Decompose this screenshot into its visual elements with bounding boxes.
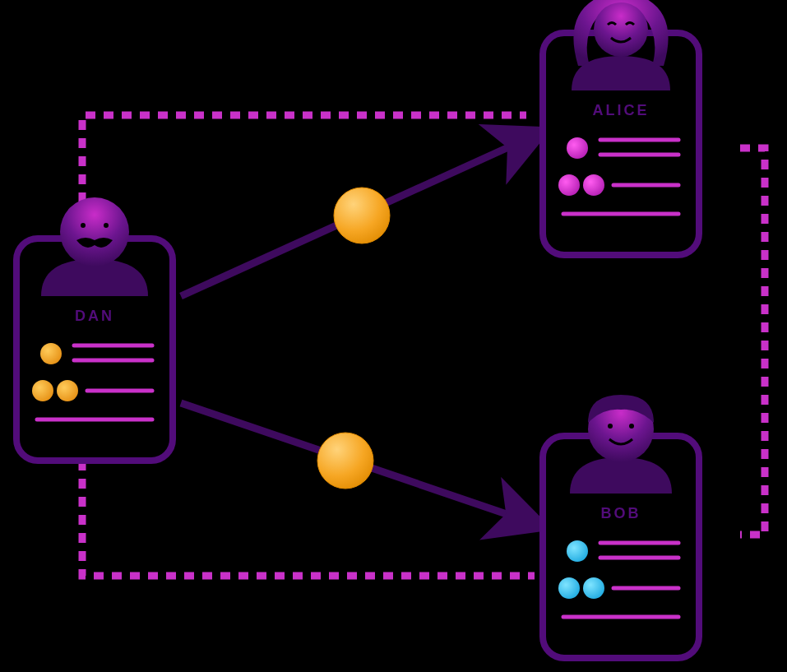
dotted-path-alice-bob	[740, 148, 765, 535]
svg-point-23	[629, 424, 634, 429]
card-dan: DAN	[16, 197, 173, 461]
svg-point-2	[81, 223, 86, 228]
token-dan-bob	[317, 433, 373, 489]
svg-point-24	[567, 540, 588, 562]
label-alice: ALICE	[593, 102, 650, 118]
card-alice: ALICE	[543, 0, 699, 255]
label-dan: DAN	[75, 308, 114, 324]
svg-point-3	[104, 223, 109, 228]
svg-point-1	[60, 197, 129, 266]
avatar-alice	[572, 0, 670, 90]
svg-point-17	[583, 174, 604, 196]
diagram-canvas: DAN ALICE	[0, 0, 787, 672]
svg-point-27	[558, 577, 580, 599]
dotted-path-dan-bob	[82, 461, 535, 576]
svg-point-8	[57, 380, 78, 401]
token-dan-alice	[334, 188, 390, 243]
label-bob: BOB	[601, 505, 641, 521]
svg-point-16	[558, 174, 580, 196]
dotted-path-dan-alice	[82, 115, 526, 239]
svg-point-12	[594, 2, 648, 57]
svg-point-4	[40, 343, 62, 364]
card-bob: BOB	[543, 395, 699, 658]
svg-point-7	[32, 380, 53, 401]
svg-point-13	[567, 137, 588, 159]
svg-point-22	[608, 424, 613, 429]
diagram-svg: DAN ALICE	[0, 0, 787, 672]
svg-point-28	[583, 577, 604, 599]
